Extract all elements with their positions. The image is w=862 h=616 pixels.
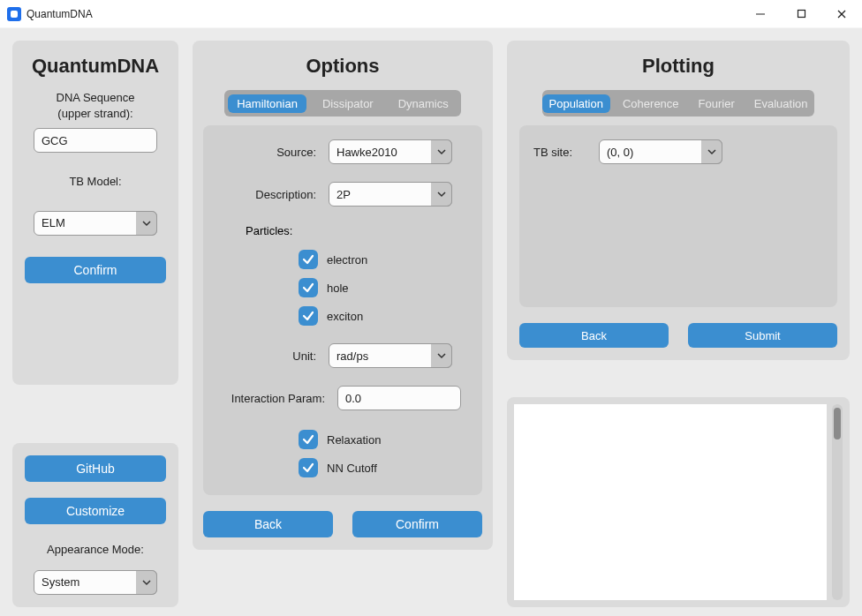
checkbox-electron[interactable] [299,250,318,269]
check-hole[interactable]: hole [299,278,466,297]
minimize-button[interactable] [740,0,781,28]
output-textbox[interactable] [514,404,827,600]
checkbox-exciton[interactable] [299,306,318,326]
tab-coherence[interactable]: Coherence [616,94,686,113]
options-buttons: Back Confirm [203,511,482,537]
check-icon [302,462,314,474]
tab-dynamics[interactable]: Dynamics [389,94,457,113]
plotting-heading: Plotting [519,55,837,78]
tb-model-select[interactable]: ELM [34,211,157,236]
description-select[interactable]: 2P [329,182,452,207]
app-window: QuantumDNA QuantumDNA DNA Sequence (uppe… [0,0,862,616]
options-back-button[interactable]: Back [203,511,333,537]
row-unit: Unit: rad/ps [219,343,466,368]
plotting-inner-panel: TB site: (0, 0) [519,125,837,307]
dna-confirm-button[interactable]: Confirm [25,257,166,283]
check-icon [302,433,314,446]
electron-label: electron [327,253,367,267]
row-interaction: Interaction Param: [219,386,466,410]
options-confirm-button[interactable]: Confirm [352,511,482,537]
row-source: Source: Hawke2010 [219,139,466,164]
titlebar: QuantumDNA [0,0,862,28]
plotting-submit-button[interactable]: Submit [688,323,837,348]
output-panel [507,397,850,607]
check-electron[interactable]: electron [299,250,466,269]
particles-label: Particles: [246,224,466,237]
unit-label: Unit: [219,349,316,363]
tab-fourier[interactable]: Fourier [692,94,742,113]
tb-site-select[interactable]: (0, 0) [599,139,722,164]
check-icon [302,253,314,266]
hole-label: hole [327,282,349,295]
check-relaxation[interactable]: Relaxation [299,430,466,449]
options-inner-panel: Source: Hawke2010 Description: 2P [203,125,482,495]
chevron-down-icon [142,578,151,587]
interaction-input[interactable] [337,386,461,410]
tab-evaluation[interactable]: Evaluation [747,94,815,113]
panel-settings: GitHub Customize Appearance Mode: System [12,443,178,607]
output-scrollbar[interactable] [832,404,843,600]
appearance-dropdown-button[interactable] [136,570,157,595]
panel-dna-heading: QuantumDNA [25,55,166,78]
appearance-select[interactable]: System [34,570,157,595]
row-tb-site: TB site: (0, 0) [533,139,823,164]
app-icon [7,7,21,21]
row-description: Description: 2P [219,182,466,207]
unit-select[interactable]: rad/ps [329,343,452,368]
appearance-label: Appearance Mode: [25,542,166,558]
scrollbar-thumb[interactable] [834,408,841,439]
middle-column: Options Hamiltonian Dissipator Dynamics … [193,41,493,607]
plotting-tabbar: Population Coherence Fourier Evaluation [542,90,814,116]
check-icon [302,310,314,322]
tb-site-dropdown-button[interactable] [701,139,722,164]
close-button[interactable] [821,0,862,28]
interaction-label: Interaction Param: [219,392,325,405]
checkbox-nn-cutoff[interactable] [299,458,318,477]
seq-label: DNA Sequence (upper strand): [25,90,166,121]
maximize-icon [797,9,806,19]
exciton-label: exciton [327,310,363,323]
seq-label-line1: DNA Sequence [57,91,135,104]
options-tabbar: Hamiltonian Dissipator Dynamics [224,90,461,116]
svg-rect-1 [798,11,805,18]
content-area: QuantumDNA DNA Sequence (upper strand): … [0,28,862,616]
left-column: QuantumDNA DNA Sequence (upper strand): … [12,41,178,607]
options-heading: Options [203,55,482,78]
relaxation-label: Relaxation [327,433,381,447]
description-label: Description: [219,188,316,201]
plotting-back-button[interactable]: Back [519,323,669,348]
right-column: Plotting Population Coherence Fourier Ev… [507,41,850,607]
seq-label-line2: (upper strand): [57,107,132,120]
close-icon [836,9,847,19]
window-title: QuantumDNA [26,8,93,20]
chevron-down-icon [142,219,151,228]
unit-dropdown-button[interactable] [431,343,452,368]
github-button[interactable]: GitHub [25,455,166,482]
check-exciton[interactable]: exciton [299,306,466,326]
tb-model-dropdown-button[interactable] [136,211,157,236]
tab-hamiltonian[interactable]: Hamiltonian [228,94,306,113]
nn-cutoff-label: NN Cutoff [327,462,377,475]
seq-input[interactable] [34,128,157,153]
source-select[interactable]: Hawke2010 [329,139,452,164]
check-nn-cutoff[interactable]: NN Cutoff [299,458,466,477]
chevron-down-icon [707,147,716,156]
customize-button[interactable]: Customize [25,498,166,524]
checkbox-relaxation[interactable] [299,430,318,449]
minimize-icon [755,9,766,19]
maximize-button[interactable] [781,0,821,28]
panel-options: Options Hamiltonian Dissipator Dynamics … [193,41,493,550]
panel-plotting: Plotting Population Coherence Fourier Ev… [507,41,850,360]
panel-dna: QuantumDNA DNA Sequence (upper strand): … [12,41,178,385]
plotting-buttons: Back Submit [519,323,837,348]
window-controls [740,0,862,28]
tab-dissipator[interactable]: Dissipator [314,94,382,113]
chevron-down-icon [437,147,446,156]
source-dropdown-button[interactable] [431,139,452,164]
source-label: Source: [219,146,316,159]
checkbox-hole[interactable] [299,278,318,297]
chevron-down-icon [437,190,446,199]
description-dropdown-button[interactable] [431,182,452,207]
tab-population[interactable]: Population [542,94,610,113]
check-icon [302,282,314,294]
